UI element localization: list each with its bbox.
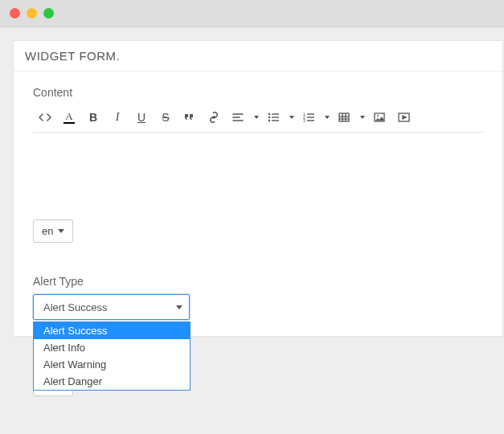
card-body: Content A B: [14, 72, 502, 336]
chevron-down-icon: [325, 116, 330, 119]
svg-point-7: [268, 120, 271, 122]
video-icon: [397, 112, 411, 123]
app-window: WIDGET FORM. Content A: [0, 0, 504, 434]
content-area: WIDGET FORM. Content A: [0, 27, 504, 337]
italic-icon: I: [116, 111, 120, 124]
link-icon: [207, 112, 220, 123]
svg-point-3: [268, 113, 271, 116]
svg-rect-12: [307, 117, 314, 117]
svg-rect-8: [272, 120, 279, 121]
quote-button[interactable]: [178, 105, 202, 129]
chevron-down-icon: [176, 305, 182, 309]
content-field: Content A B: [33, 86, 483, 205]
language-value: en: [42, 225, 53, 237]
alert-type-dropdown: Alert Success Alert Info Alert Warning A…: [33, 321, 191, 391]
window-minimize-button[interactable]: [27, 8, 37, 18]
font-color-button[interactable]: A: [57, 105, 81, 129]
card-title: WIDGET FORM.: [14, 41, 502, 72]
align-icon: [232, 112, 244, 123]
alert-type-option-danger[interactable]: Alert Danger: [34, 373, 190, 390]
chevron-down-icon: [360, 116, 365, 119]
svg-rect-6: [272, 117, 279, 117]
alert-type-field: Alert Type Alert Success Alert Success A…: [33, 275, 483, 320]
unordered-list-button[interactable]: [261, 105, 297, 129]
alert-type-option-info[interactable]: Alert Info: [34, 339, 190, 356]
underline-button[interactable]: U: [129, 105, 154, 129]
code-icon: [38, 112, 52, 123]
widget-form-card: WIDGET FORM. Content A: [13, 40, 503, 337]
code-view-button[interactable]: [33, 105, 57, 129]
bold-button[interactable]: B: [81, 105, 105, 129]
font-color-bar: [64, 122, 75, 124]
svg-rect-4: [272, 113, 279, 114]
list-ul-icon: [267, 112, 280, 123]
svg-rect-14: [307, 120, 314, 121]
align-button[interactable]: [226, 105, 261, 129]
image-button[interactable]: [367, 105, 391, 129]
language-field: en: [33, 219, 483, 243]
content-label: Content: [33, 86, 483, 99]
strikethrough-icon: S: [162, 111, 169, 124]
alert-type-option-success[interactable]: Alert Success: [34, 322, 190, 339]
chevron-down-icon: [289, 116, 294, 119]
window-zoom-button[interactable]: [43, 8, 54, 18]
svg-marker-23: [403, 116, 406, 119]
quote-icon: [183, 112, 196, 123]
strikethrough-button[interactable]: S: [154, 105, 178, 129]
chevron-down-icon: [58, 229, 64, 233]
bold-icon: B: [89, 111, 97, 124]
italic-button[interactable]: I: [105, 105, 129, 129]
titlebar: [0, 0, 504, 27]
svg-rect-15: [339, 113, 349, 121]
table-button[interactable]: [332, 105, 367, 129]
image-icon: [373, 112, 386, 123]
underline-icon: U: [137, 111, 145, 124]
content-editor[interactable]: [33, 133, 483, 205]
editor-toolbar: A B I U S: [33, 105, 483, 133]
font-color-icon: A: [65, 111, 72, 121]
alert-type-option-warning[interactable]: Alert Warning: [34, 356, 190, 373]
svg-rect-10: [307, 113, 314, 114]
list-ol-icon: 1 2 3: [302, 112, 315, 123]
alert-type-select[interactable]: Alert Success: [33, 294, 190, 320]
alert-type-value: Alert Success: [43, 301, 107, 313]
link-button[interactable]: [202, 105, 226, 129]
svg-text:3: 3: [303, 118, 305, 123]
alert-type-label: Alert Type: [33, 275, 483, 288]
chevron-down-icon: [254, 116, 259, 119]
language-select[interactable]: en: [33, 219, 73, 243]
table-icon: [338, 112, 350, 123]
svg-point-21: [377, 115, 379, 117]
video-button[interactable]: [391, 105, 416, 129]
svg-point-5: [268, 117, 271, 119]
window-close-button[interactable]: [10, 8, 20, 18]
ordered-list-button[interactable]: 1 2 3: [297, 105, 332, 129]
